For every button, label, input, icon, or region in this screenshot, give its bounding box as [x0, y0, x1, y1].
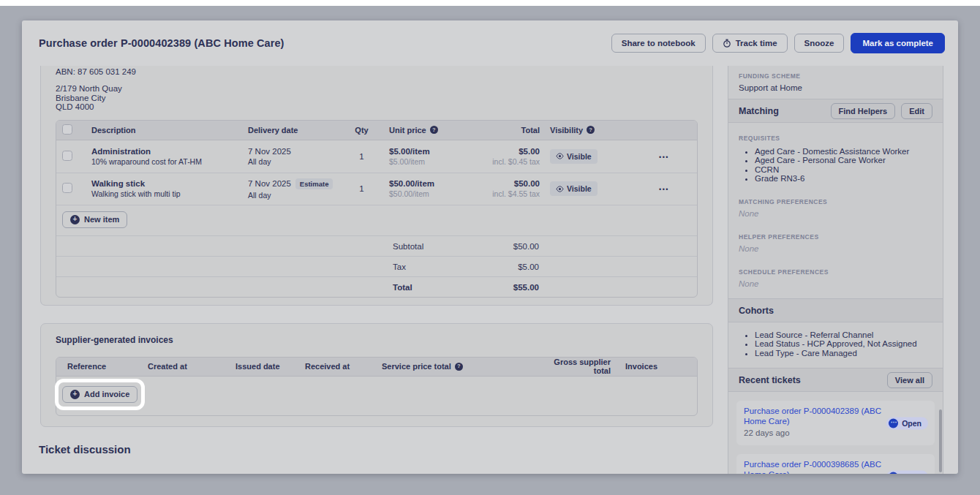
col-created-at: Created at [137, 362, 225, 371]
stopwatch-icon [723, 39, 731, 48]
matching-preferences-value: None [739, 209, 932, 218]
recent-tickets-section-header: Recent tickets View all [728, 368, 943, 392]
plus-icon [70, 390, 80, 399]
sidebar-scrollbar[interactable] [939, 409, 942, 472]
col-reference: Reference [56, 362, 137, 371]
item-total-tax: incl. $4.55 tax [466, 189, 540, 198]
snooze-button[interactable]: Snooze [794, 34, 845, 53]
estimate-badge: Estimate [295, 178, 333, 189]
main-column: ABN: 87 605 031 249 2/179 North Quay Bri… [40, 66, 713, 456]
col-total: Total [466, 126, 550, 135]
address-line: QLD 4000 [56, 102, 698, 112]
list-item: CCRN [755, 165, 932, 174]
invoices-table-header: Reference Created at Issued date Receive… [56, 358, 697, 377]
invoices-table-body: Add invoice [56, 377, 697, 415]
page-title: Purchase order P-0000402389 (ABC Home Ca… [39, 37, 284, 49]
tax-label: Tax [393, 262, 406, 271]
item-delivery-date: 7 Nov 2025 [248, 179, 291, 188]
chat-status-icon [889, 472, 898, 474]
list-item: Lead Source - Referral Channel [755, 330, 932, 339]
col-delivery-date: Delivery date [248, 126, 334, 135]
visibility-badge[interactable]: Visible [550, 149, 598, 164]
funding-scheme-value: Support at Home [739, 83, 932, 92]
tax-value: $5.00 [451, 262, 539, 271]
address-line: Brisbane City [56, 94, 698, 103]
item-total-tax: incl. $0.45 tax [466, 157, 540, 166]
total-value: $55.00 [451, 283, 539, 292]
edit-matching-button[interactable]: Edit [901, 103, 932, 119]
col-unit-price: Unit price [389, 126, 466, 135]
funding-scheme-label: FUNDING SCHEME [739, 72, 932, 80]
mark-as-complete-button[interactable]: Mark as complete [851, 33, 945, 53]
ticket-age: 22 days ago [744, 428, 927, 437]
address-line: 2/179 North Quay [56, 84, 698, 94]
cohorts-title: Cohorts [739, 306, 774, 316]
find-helpers-button[interactable]: Find Helpers [831, 103, 896, 119]
supplier-address: 2/179 North Quay Brisbane City QLD 4000 [56, 84, 698, 112]
view-all-button[interactable]: View all [887, 372, 932, 388]
item-delivery-time: All day [248, 157, 334, 166]
items-table-header: Description Delivery date Qty Unit price… [56, 121, 697, 140]
item-delivery-time: All day [248, 191, 334, 200]
item-unit-price: $5.00/item [389, 147, 466, 156]
col-qty: Qty [334, 126, 389, 135]
col-service-price-total: Service price total [371, 362, 550, 371]
info-icon[interactable] [430, 126, 438, 134]
recent-tickets-title: Recent tickets [739, 375, 801, 385]
col-gross-supplier-total: Gross supplier total [550, 358, 614, 375]
item-total: $50.00 [466, 179, 540, 188]
list-item: Aged Care - Domestic Assistance Worker [755, 147, 932, 156]
share-to-notebook-button[interactable]: Share to notebook [611, 34, 706, 53]
visibility-badge[interactable]: Visible [550, 181, 598, 196]
row-checkbox[interactable] [62, 151, 72, 161]
row-menu-icon[interactable] [659, 186, 669, 193]
cohorts-list: Lead Source - Referral Channel Lead Stat… [755, 330, 932, 358]
eye-icon [556, 152, 564, 160]
helper-preferences-label: HELPER PREFERENCES [739, 233, 932, 241]
new-item-row: New item [56, 205, 697, 235]
list-item: Grade RN3-6 [755, 174, 932, 183]
helper-preferences-value: None [739, 244, 932, 253]
ticket-card[interactable]: Purchase order P-0000402389 (ABC Home Ca… [736, 401, 935, 445]
add-invoice-button[interactable]: Add invoice [62, 386, 137, 403]
row-menu-icon[interactable] [659, 154, 669, 161]
subtotal-row: Subtotal $50.00 [56, 235, 697, 256]
window-header: Purchase order P-0000402389 (ABC Home Ca… [22, 20, 958, 66]
sidebar: FUNDING SCHEME Support at Home Matching … [728, 66, 943, 474]
item-qty: 1 [334, 184, 389, 193]
ticket-window: Purchase order P-0000402389 (ABC Home Ca… [22, 20, 958, 474]
plus-icon [70, 215, 80, 224]
invoices-table: Reference Created at Issued date Receive… [56, 357, 698, 416]
col-received-at: Received at [294, 362, 371, 371]
info-icon[interactable] [455, 363, 463, 371]
new-item-button[interactable]: New item [62, 211, 127, 228]
item-name: Walking stick [91, 179, 248, 188]
total-row: Total $55.00 [56, 276, 697, 297]
item-unit-price-secondary: $50.00/item [389, 189, 466, 198]
ticket-link[interactable]: Purchase order P-0000398685 (ABC Home Ca… [744, 460, 896, 474]
table-row-administration: Administration 10% wraparound cost for A… [56, 140, 697, 173]
col-visibility: Visibility [550, 126, 630, 135]
col-invoices: Invoices [614, 362, 697, 371]
item-description: Walking stick with multi tip [91, 189, 248, 198]
ticket-discussion-heading: Ticket discussion [39, 443, 713, 456]
ticket-card[interactable]: Purchase order P-0000398685 (ABC Home Ca… [736, 454, 935, 474]
content-area: ABN: 87 605 031 249 2/179 North Quay Bri… [22, 66, 958, 474]
list-item: Aged Care - Personal Care Worker [755, 156, 932, 165]
select-all-checkbox[interactable] [62, 124, 72, 135]
info-icon[interactable] [587, 126, 595, 134]
supplier-invoices-panel: Supplier-generated invoices Reference Cr… [40, 323, 713, 427]
ticket-link[interactable]: Purchase order P-0000402389 (ABC Home Ca… [744, 407, 896, 426]
requisites-label: REQUISITES [739, 135, 932, 142]
requisites-section: REQUISITES Aged Care - Domestic Assistan… [728, 135, 943, 288]
chat-status-icon [889, 418, 898, 428]
matching-title: Matching [739, 106, 779, 116]
track-time-button[interactable]: Track time [712, 34, 788, 53]
purchase-order-panel: ABN: 87 605 031 249 2/179 North Quay Bri… [40, 66, 713, 306]
page-top-strip [0, 0, 980, 6]
supplier-abn: ABN: 87 605 031 249 [56, 67, 698, 76]
item-total: $5.00 [466, 147, 540, 156]
tax-row: Tax $5.00 [56, 256, 697, 276]
list-item: Lead Type - Care Managed [755, 349, 932, 358]
row-checkbox[interactable] [62, 183, 72, 193]
